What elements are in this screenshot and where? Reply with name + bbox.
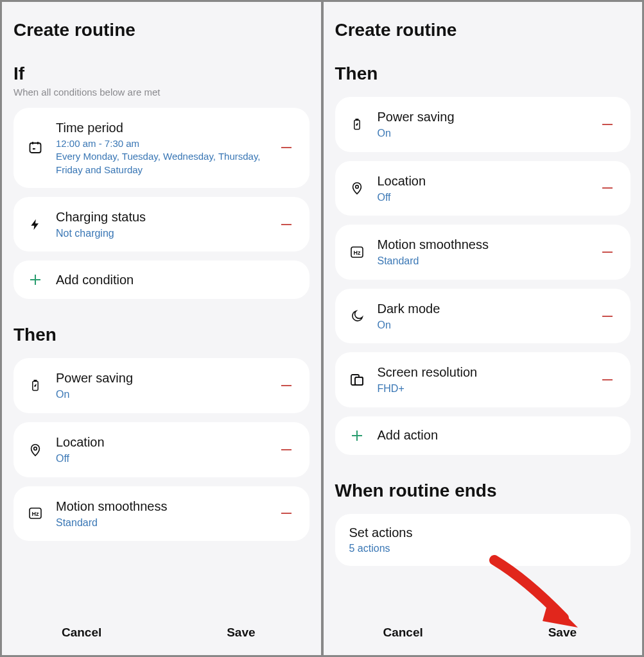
battery-leaf-icon [348, 117, 366, 132]
plus-icon [348, 428, 366, 443]
action-motion-smoothness[interactable]: Hz Motion smoothness Standard [335, 225, 631, 280]
when-ends-heading: When routine ends [335, 481, 631, 501]
hz-icon: Hz [348, 244, 366, 260]
action-power-saving[interactable]: Power saving On [13, 358, 309, 413]
action-label: Motion smoothness [378, 236, 589, 253]
remove-icon[interactable] [600, 372, 618, 388]
condition-value: Not charging [56, 226, 267, 241]
cancel-button[interactable]: Cancel [2, 610, 161, 655]
svg-rect-24 [355, 377, 363, 385]
add-condition[interactable]: Add condition [13, 260, 309, 299]
hz-icon: Hz [26, 506, 44, 521]
remove-icon[interactable] [279, 140, 297, 155]
action-label: Motion smoothness [56, 498, 267, 515]
location-pin-icon [26, 442, 44, 457]
action-value: Standard [56, 516, 267, 530]
then-heading: Then [335, 64, 631, 84]
condition-charging-status[interactable]: Charging status Not charging [13, 197, 309, 252]
bolt-icon [26, 217, 44, 232]
add-action[interactable]: Add action [335, 416, 631, 455]
then-heading: Then [13, 325, 309, 345]
condition-value: 12:00 am - 7:30 am Every Monday, Tuesday… [56, 137, 267, 176]
if-heading: If [13, 64, 309, 84]
add-condition-label: Add condition [56, 273, 134, 287]
action-label: Location [378, 173, 589, 189]
bottom-bar: Cancel Save [2, 610, 321, 655]
page-title: Create routine [13, 20, 309, 40]
action-value: FHD+ [378, 382, 589, 396]
remove-icon[interactable] [279, 442, 297, 457]
battery-leaf-icon [26, 378, 44, 393]
set-actions-label: Set actions [349, 525, 617, 540]
action-value: Off [56, 452, 267, 466]
remove-icon[interactable] [279, 217, 297, 232]
save-button[interactable]: Save [161, 610, 320, 655]
remove-icon[interactable] [600, 309, 618, 324]
action-value: Standard [378, 254, 589, 268]
action-value: On [378, 318, 589, 332]
right-screen: Create routine Then Power saving On Loca… [324, 2, 643, 655]
add-action-label: Add action [378, 428, 439, 443]
svg-rect-7 [34, 380, 36, 382]
svg-point-9 [34, 447, 37, 450]
page-title: Create routine [335, 20, 631, 40]
condition-label: Time period [56, 119, 267, 136]
svg-rect-0 [30, 143, 41, 153]
bottom-bar: Cancel Save [324, 610, 643, 655]
condition-label: Charging status [56, 209, 267, 225]
svg-rect-15 [356, 119, 358, 120]
action-screen-resolution[interactable]: Screen resolution FHD+ [335, 352, 631, 407]
remove-icon[interactable] [600, 244, 618, 260]
if-subtitle: When all conditions below are met [13, 87, 309, 98]
moon-icon [348, 309, 366, 323]
save-button[interactable]: Save [483, 610, 642, 655]
action-motion-smoothness[interactable]: Hz Motion smoothness Standard [13, 486, 309, 542]
action-label: Dark mode [378, 300, 589, 317]
svg-text:Hz: Hz [32, 511, 39, 517]
action-dark-mode[interactable]: Dark mode On [335, 289, 631, 344]
remove-icon[interactable] [279, 378, 297, 393]
svg-point-17 [355, 185, 358, 189]
action-label: Location [56, 434, 267, 450]
action-location[interactable]: Location Off [335, 161, 631, 216]
remove-icon[interactable] [600, 180, 618, 196]
set-actions[interactable]: Set actions 5 actions [335, 514, 631, 566]
cancel-button[interactable]: Cancel [324, 610, 483, 655]
right-content: Create routine Then Power saving On Loca… [324, 2, 643, 610]
set-actions-value: 5 actions [349, 543, 617, 554]
remove-icon[interactable] [600, 117, 618, 132]
action-value: Off [378, 191, 589, 205]
svg-text:Hz: Hz [353, 250, 360, 256]
plus-icon [26, 272, 44, 287]
left-content: Create routine If When all conditions be… [2, 2, 321, 610]
action-value: On [378, 126, 589, 141]
remove-icon[interactable] [279, 506, 297, 521]
resolution-icon [348, 372, 366, 388]
action-label: Screen resolution [378, 364, 589, 380]
condition-time-period[interactable]: Time period 12:00 am - 7:30 am Every Mon… [13, 108, 309, 188]
calendar-icon [26, 140, 44, 155]
location-pin-icon [348, 180, 366, 196]
left-screen: Create routine If When all conditions be… [2, 2, 321, 655]
action-value: On [56, 388, 267, 402]
action-label: Power saving [378, 108, 589, 125]
action-label: Power saving [56, 370, 267, 386]
action-location[interactable]: Location Off [13, 422, 309, 477]
action-power-saving[interactable]: Power saving On [335, 97, 631, 152]
